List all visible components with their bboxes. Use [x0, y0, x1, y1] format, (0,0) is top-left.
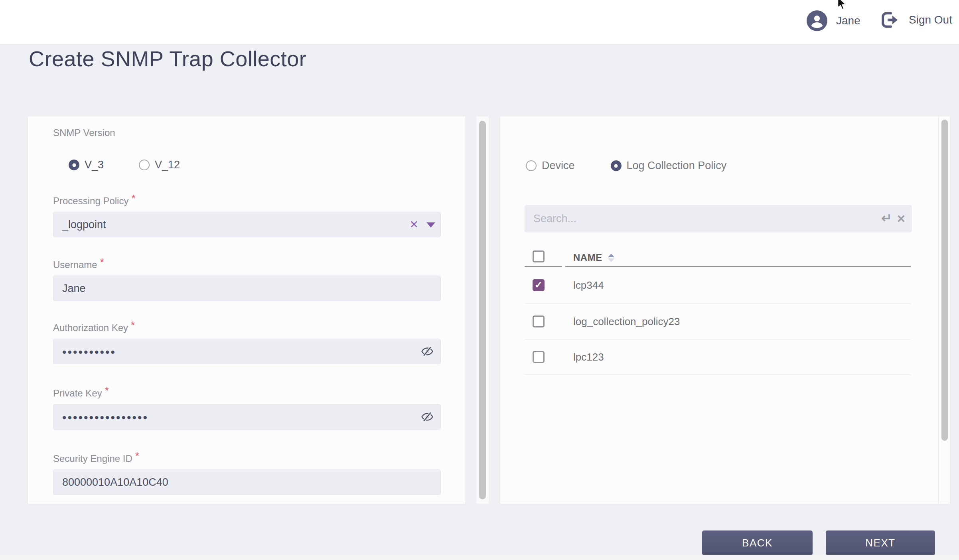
toggle-visibility-icon[interactable]: [421, 345, 434, 358]
username-group: Username*: [53, 258, 441, 301]
sort-icon[interactable]: [608, 254, 614, 262]
back-button[interactable]: BACK: [702, 530, 813, 555]
search-bar: ↵ ✕: [525, 205, 912, 233]
top-bar: Jane Sign Out: [0, 0, 959, 44]
username-label: Username*: [53, 258, 441, 270]
radio-v12-label: V_12: [155, 159, 180, 171]
radio-option-device[interactable]: Device: [526, 160, 575, 172]
sort-asc-icon: [608, 254, 614, 257]
row-checkbox[interactable]: [533, 315, 545, 327]
selection-mode-options: Device Log Collection Policy: [526, 160, 726, 172]
private-key-group: Private Key*: [53, 387, 441, 430]
snmp-version-group: SNMP Version: [53, 127, 441, 139]
required-asterisk: *: [100, 256, 104, 268]
radio-option-log-collection-policy[interactable]: Log Collection Policy: [611, 160, 727, 172]
sign-out-label: Sign Out: [909, 14, 952, 26]
radio-option-v12[interactable]: V_12: [139, 159, 180, 171]
required-asterisk: *: [135, 450, 139, 462]
authorization-key-input[interactable]: [53, 339, 441, 364]
security-engine-id-input[interactable]: [53, 469, 441, 495]
snmp-version-label: SNMP Version: [53, 127, 441, 139]
username-input[interactable]: [53, 276, 441, 301]
security-engine-id-group: Security Engine ID*: [53, 452, 441, 495]
row-name: lcp344: [573, 279, 604, 292]
snmp-form-panel: SNMP Version V_3 V_12 Processing Policy*…: [28, 116, 466, 504]
left-panel-scrollbar-track[interactable]: [476, 116, 489, 504]
row-name: lpc123: [573, 351, 604, 363]
mouse-cursor-icon: [834, 0, 847, 14]
device-radio-label: Device: [542, 160, 575, 172]
radio-unselected-icon: [139, 160, 150, 170]
search-enter-icon[interactable]: ↵: [881, 211, 892, 226]
snmp-version-options: V_3 V_12: [69, 159, 180, 171]
radio-unselected-icon: [526, 160, 537, 171]
row-checkbox[interactable]: [533, 351, 545, 363]
dropdown-caret-icon[interactable]: [426, 223, 435, 228]
left-panel-scrollbar-thumb[interactable]: [479, 121, 486, 499]
toggle-visibility-icon[interactable]: [421, 410, 434, 423]
clear-selection-icon[interactable]: ✕: [409, 219, 418, 230]
page-title: Create SNMP Trap Collector: [29, 46, 306, 71]
name-column-label: NAME: [573, 252, 602, 263]
radio-v3-label: V_3: [85, 159, 104, 171]
table-row-lcp344[interactable]: lcp344: [525, 267, 911, 304]
row-checkbox[interactable]: [533, 279, 545, 291]
required-asterisk: *: [131, 192, 135, 204]
panel-scrollbar-divider: [938, 116, 939, 504]
log-collection-policy-radio-label: Log Collection Policy: [627, 160, 727, 172]
next-button[interactable]: NEXT: [826, 530, 935, 555]
processing-policy-select[interactable]: _logpoint: [53, 212, 441, 237]
table-row-log-collection-policy23[interactable]: log_collection_policy23: [525, 304, 911, 339]
app: Jane Sign Out Create SNMP Trap Collector…: [0, 0, 959, 560]
sign-out-button[interactable]: Sign Out: [880, 10, 952, 30]
right-panel-scrollbar-thumb[interactable]: [941, 120, 948, 441]
security-engine-id-label: Security Engine ID*: [53, 452, 441, 464]
required-asterisk: *: [105, 385, 109, 396]
authorization-key-group: Authorization Key*: [53, 321, 441, 364]
processing-policy-label: Processing Policy*: [53, 195, 441, 207]
radio-selected-icon: [611, 160, 622, 171]
bottom-band: [0, 555, 959, 560]
sign-out-icon: [880, 10, 899, 30]
radio-option-v3[interactable]: V_3: [69, 159, 104, 171]
user-name: Jane: [836, 14, 860, 27]
sort-desc-icon: [608, 258, 614, 262]
search-input[interactable]: [525, 205, 912, 233]
name-column-header[interactable]: NAME: [573, 252, 614, 263]
select-all-checkbox[interactable]: [533, 250, 545, 262]
search-clear-icon[interactable]: ✕: [896, 213, 906, 225]
row-name: log_collection_policy23: [573, 315, 680, 328]
authorization-key-label: Authorization Key*: [53, 321, 441, 333]
processing-policy-group: Processing Policy* _logpoint ✕: [53, 195, 441, 237]
table-row-lpc123[interactable]: lpc123: [525, 339, 911, 375]
private-key-label: Private Key*: [53, 387, 441, 399]
policy-selector-panel: Device Log Collection Policy ↵ ✕ NAME lc…: [500, 116, 950, 504]
user-avatar-icon: [807, 10, 827, 31]
private-key-input[interactable]: [53, 404, 441, 430]
required-asterisk: *: [131, 319, 135, 331]
radio-selected-icon: [69, 160, 79, 170]
processing-policy-value: _logpoint: [62, 219, 432, 231]
